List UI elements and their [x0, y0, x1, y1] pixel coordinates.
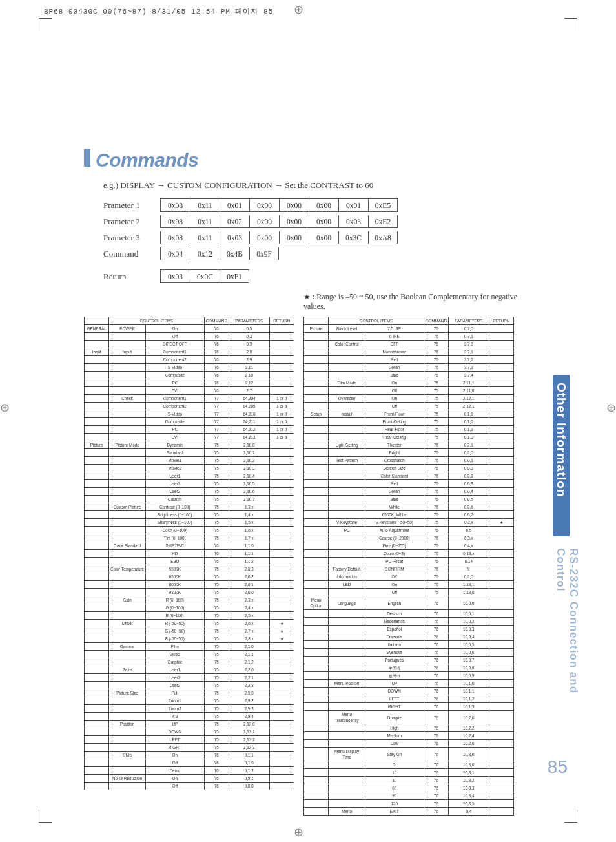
table-cell: Español [365, 626, 424, 633]
table-cell [304, 618, 329, 626]
table-cell: 75 [204, 496, 229, 503]
table-cell: 76 [424, 688, 448, 695]
table-cell [489, 800, 513, 808]
table-cell [489, 503, 513, 511]
table-cell: 76 [204, 752, 229, 759]
table-cell: 76 [424, 465, 448, 472]
table-cell: 1 or 0 [269, 434, 294, 441]
table-cell [109, 736, 146, 744]
table-cell: GENERAL [85, 325, 109, 333]
table-cell: Monochrome [365, 348, 424, 356]
table-cell [329, 641, 365, 649]
table-cell: Auto Adjustment [365, 527, 424, 534]
registration-mark-right: ⊕ [606, 401, 616, 415]
table-cell [304, 372, 329, 379]
table-cell [489, 403, 513, 410]
table-cell: 76 [424, 703, 448, 711]
table-cell: RIGHT [145, 744, 204, 752]
table-cell: 64,205 [229, 403, 270, 410]
table-row: 607610,3,3 [304, 784, 514, 792]
table-cell [304, 680, 329, 688]
table-cell: Install [329, 410, 365, 418]
table-cell: 64,204 [229, 395, 270, 403]
table-cell: 2,9,2 [229, 697, 270, 705]
table-cell: 75 [204, 596, 229, 604]
table-cell: 75 [204, 643, 229, 651]
byte-cell: 0x3C [338, 231, 368, 244]
table-cell [304, 333, 329, 341]
table-cell [269, 449, 294, 457]
table-cell: Component1 [145, 395, 204, 403]
table-cell [85, 403, 109, 410]
table-cell: 76 [424, 480, 448, 488]
table-cell: 2,1,0 [229, 643, 270, 651]
table-cell [329, 657, 365, 664]
table-cell [85, 689, 109, 697]
table-cell: 2,13,1 [229, 728, 270, 736]
table-cell [85, 728, 109, 736]
table-row: Zoom (0~3)766,13,x [304, 550, 514, 558]
table-cell: 2,2,0 [229, 666, 270, 674]
table-cell [489, 333, 513, 341]
table-cell: Off [365, 403, 424, 410]
table-cell: 75 [204, 527, 229, 534]
table-cell [489, 664, 513, 672]
table-cell: 75 [204, 612, 229, 620]
table-row: User2752,2,1 [85, 674, 294, 682]
table-cell: 10,0,3 [449, 626, 489, 633]
byte-cell: 0x08 [160, 215, 190, 228]
table-cell [85, 565, 109, 573]
table-cell [85, 604, 109, 612]
side-tab: Other Information RS-232C Connection and… [553, 375, 570, 711]
table-cell: 0,7,1 [449, 333, 489, 341]
table-cell [329, 472, 365, 480]
heading-title: Commands [96, 149, 198, 171]
table-cell: Noise Reduction [109, 775, 146, 783]
table-cell [489, 565, 513, 573]
table-cell [85, 736, 109, 744]
table-cell: Graphic [145, 658, 204, 666]
table-cell: On [365, 395, 424, 403]
table-cell: 64,212 [229, 426, 270, 434]
table-cell [85, 410, 109, 418]
byte-cell: 0x08 [160, 198, 190, 212]
table-cell: User3 [145, 682, 204, 689]
table-cell: 76 [424, 664, 448, 672]
table-row: High7610,2,2 [304, 724, 514, 732]
th-return: RETURN [489, 317, 513, 325]
table-cell [304, 777, 329, 784]
table-cell [85, 503, 109, 511]
table-cell: 10,0,8 [449, 664, 489, 672]
table-cell [489, 527, 513, 534]
table-cell [269, 643, 294, 651]
table-cell: DIRECT OFF [145, 341, 204, 348]
table-cell: 76 [424, 503, 448, 511]
table-cell [489, 488, 513, 496]
table-cell [269, 379, 294, 387]
table-cell [489, 348, 513, 356]
table-cell: 2,12,1 [449, 403, 489, 410]
table-cell: 75 [204, 728, 229, 736]
table-cell [109, 581, 146, 589]
table-row: LEFT752,13,2 [85, 736, 294, 744]
table-cell: 2,5,x [229, 612, 270, 620]
table-cell [109, 333, 146, 341]
table-cell [489, 550, 513, 558]
table-cell: 10,3,3 [449, 784, 489, 792]
table-cell [85, 759, 109, 767]
table-cell [304, 418, 329, 426]
table-cell: Deutsch [365, 610, 424, 618]
table-row: PC7764,2121 or 0 [85, 426, 294, 434]
table-row: 한국어7610,0,9 [304, 672, 514, 680]
table-cell [269, 480, 294, 488]
table-row: Español7610,0,3 [304, 626, 514, 633]
table-cell: Nederlands [365, 618, 424, 626]
table-cell: 1 or 0 [269, 395, 294, 403]
table-cell [329, 761, 365, 769]
table-cell [489, 657, 513, 664]
table-cell: Custom Picture [109, 503, 146, 511]
th-control-items: CONTROL ITEMS [109, 317, 204, 325]
table-cell: Fine (0~255) [365, 542, 424, 550]
table-cell: PC Reset [365, 558, 424, 565]
table-cell: ★ [269, 620, 294, 627]
